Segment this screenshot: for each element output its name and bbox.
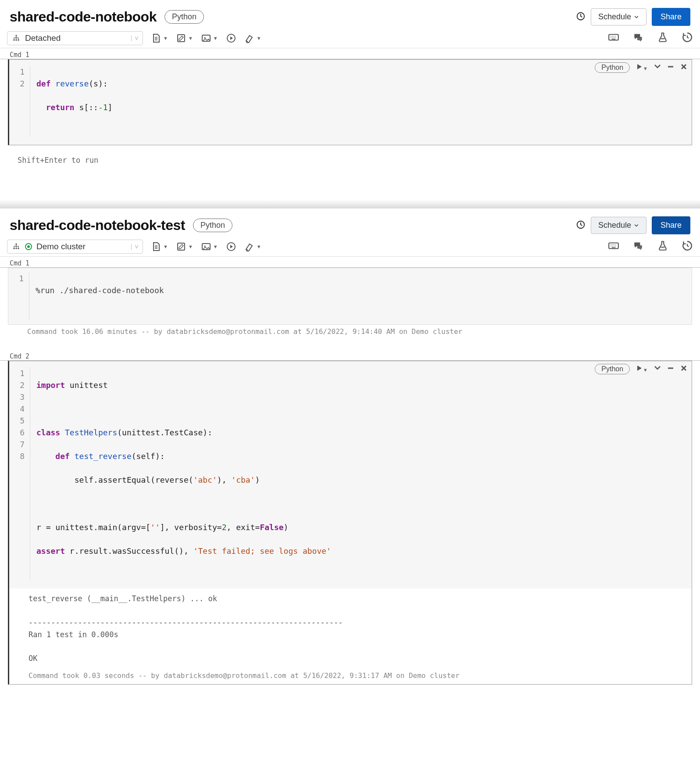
notebook-panel-2: shared-code-notebook-test Python Schedul… [0, 208, 700, 685]
line-gutter: 12345678 [9, 367, 30, 581]
schedule-label: Schedule [598, 12, 631, 22]
language-pill[interactable]: Python [164, 10, 204, 24]
cell-label: Cmd 1 [0, 48, 700, 59]
line-gutter: 1 [8, 273, 29, 320]
cell-execution-meta: Command took 16.06 minutes -- by databri… [8, 325, 692, 338]
comments-icon[interactable] [632, 240, 644, 253]
cell-toolbar: Python ▼ [595, 364, 687, 374]
cell-delete-button[interactable] [680, 63, 687, 72]
cell-label: Cmd 1 [0, 257, 700, 268]
notebook-header: shared-code-notebook-test Python Schedul… [0, 208, 700, 238]
cluster-selector[interactable]: Detached ｜∨ [7, 31, 143, 45]
notebook-toolbar: Detached ｜∨ ▼ ▼ ▼ ▼ [0, 29, 700, 48]
cluster-tree-icon [12, 242, 21, 251]
notebook-title[interactable]: shared-code-notebook [10, 9, 157, 25]
notebook-panel-1: shared-code-notebook Python Schedule Sha… [0, 0, 700, 208]
experiments-icon[interactable] [657, 240, 668, 253]
run-all-button[interactable] [226, 241, 236, 252]
cluster-selector[interactable]: Demo cluster ｜∨ [7, 240, 143, 254]
cell-execution-meta: Command took 0.03 seconds -- by databric… [9, 669, 692, 682]
line-gutter: 12 [9, 66, 30, 137]
cell-run-button[interactable]: ▼ [636, 365, 648, 373]
last-run-icon[interactable] [576, 11, 586, 23]
view-menu-button[interactable]: ▼ [201, 33, 218, 43]
revision-history-icon[interactable] [682, 240, 693, 253]
cell-toolbar: Python ▼ [595, 62, 687, 73]
schedule-button[interactable]: Schedule [591, 217, 646, 234]
file-menu-button[interactable]: ▼ [151, 241, 168, 252]
edit-menu-button[interactable]: ▼ [176, 241, 193, 252]
cluster-tree-icon [12, 34, 21, 43]
keyboard-shortcuts-icon[interactable] [608, 240, 619, 253]
cell-minimize-button[interactable] [667, 63, 674, 72]
comments-icon[interactable] [632, 32, 644, 45]
language-pill[interactable]: Python [193, 219, 232, 232]
notebook-header: shared-code-notebook Python Schedule Sha… [0, 0, 700, 29]
notebook-title[interactable]: shared-code-notebook-test [10, 217, 185, 233]
edit-menu-button[interactable]: ▼ [176, 33, 193, 43]
share-button[interactable]: Share [652, 216, 690, 234]
cell-run-button[interactable]: ▼ [636, 63, 648, 72]
cell-label: Cmd 2 [0, 350, 700, 361]
schedule-label: Schedule [598, 221, 631, 230]
code-editor[interactable]: %run ./shared-code-notebook [29, 273, 164, 320]
chevron-down-icon [634, 14, 639, 20]
file-menu-button[interactable]: ▼ [151, 33, 168, 43]
cell-collapse-button[interactable] [654, 63, 661, 72]
chevron-down-icon [634, 223, 639, 228]
code-cell[interactable]: Python ▼ 12345678 import unittest class … [8, 361, 692, 588]
cluster-caret-icon: ｜∨ [129, 34, 139, 42]
cell-output: test_reverse (__main__.TestHelpers) ... … [9, 588, 692, 669]
cell-language-pill[interactable]: Python [595, 364, 630, 374]
share-button[interactable]: Share [652, 8, 690, 26]
revision-history-icon[interactable] [682, 32, 693, 45]
cluster-label: Detached [25, 33, 124, 43]
clear-menu-button[interactable]: ▼ [244, 33, 261, 43]
run-all-button[interactable] [226, 33, 236, 43]
cluster-caret-icon: ｜∨ [129, 243, 139, 251]
code-cell[interactable]: 1 %run ./shared-code-notebook [8, 268, 692, 325]
experiments-icon[interactable] [657, 32, 668, 45]
cell-collapse-button[interactable] [654, 365, 661, 373]
notebook-toolbar: Demo cluster ｜∨ ▼ ▼ ▼ ▼ [0, 238, 700, 257]
code-editor[interactable]: import unittest class TestHelpers(unitte… [30, 367, 331, 581]
code-cell[interactable]: Python ▼ 12 def reverse(s): return s[::-… [8, 59, 692, 145]
code-editor[interactable]: def reverse(s): return s[::-1] [30, 66, 112, 137]
cell-language-pill[interactable]: Python [595, 62, 630, 73]
cell-minimize-button[interactable] [667, 365, 674, 373]
cluster-label: Demo cluster [36, 242, 124, 251]
cell-output-wrap: test_reverse (__main__.TestHelpers) ... … [8, 588, 692, 685]
clear-menu-button[interactable]: ▼ [244, 241, 261, 252]
cell-delete-button[interactable] [680, 365, 687, 373]
run-hint: Shift+Enter to run [0, 145, 700, 165]
schedule-button[interactable]: Schedule [591, 8, 646, 25]
view-menu-button[interactable]: ▼ [201, 241, 218, 252]
last-run-icon[interactable] [576, 220, 586, 231]
keyboard-shortcuts-icon[interactable] [608, 32, 619, 45]
cluster-attached-icon [25, 243, 32, 250]
